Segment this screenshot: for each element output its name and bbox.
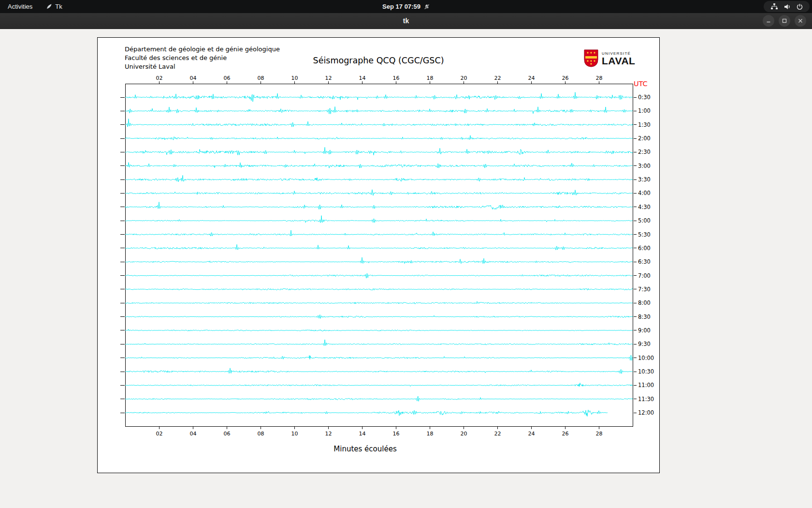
x-axis-title: Minutes écoulées [98, 445, 633, 453]
svg-text:14: 14 [359, 75, 366, 81]
institution-line-1: Département de géologie et de génie géol… [125, 45, 280, 54]
maximize-button[interactable] [779, 15, 790, 27]
tk-app-indicator[interactable]: Tk [40, 0, 68, 13]
laval-shield-icon [584, 49, 598, 67]
maximize-icon [782, 18, 787, 24]
svg-text:6:30: 6:30 [638, 258, 651, 265]
seismograph-canvas: Département de géologie et de génie géol… [97, 37, 660, 473]
svg-text:4:30: 4:30 [638, 204, 651, 210]
svg-text:06: 06 [224, 75, 231, 81]
svg-text:04: 04 [190, 431, 197, 437]
svg-text:10: 10 [291, 75, 298, 81]
svg-text:10:00: 10:00 [638, 355, 654, 361]
top-bar: Activities Tk Sep 17 07:59 [0, 0, 812, 13]
svg-text:02: 02 [156, 431, 163, 437]
minimize-button[interactable] [763, 15, 774, 27]
svg-text:1:00: 1:00 [638, 107, 651, 114]
svg-text:08: 08 [258, 431, 264, 437]
svg-text:0:30: 0:30 [638, 94, 651, 101]
plot-title: Séismographe QCQ (CGC/GSC) [98, 56, 659, 65]
svg-text:02: 02 [156, 75, 163, 81]
clock-menu[interactable]: Sep 17 07:59 [382, 0, 430, 13]
svg-text:8:30: 8:30 [638, 314, 651, 320]
svg-text:8:00: 8:00 [638, 299, 651, 306]
svg-text:4:00: 4:00 [638, 190, 651, 196]
svg-text:22: 22 [494, 431, 501, 437]
clock-text: Sep 17 07:59 [382, 3, 420, 10]
system-status-area[interactable] [764, 1, 810, 12]
svg-text:2:00: 2:00 [638, 135, 651, 142]
svg-text:28: 28 [596, 431, 603, 437]
window-titlebar[interactable]: tk [0, 13, 812, 29]
tk-feather-icon [46, 3, 52, 10]
svg-text:1:30: 1:30 [638, 121, 651, 128]
close-icon [798, 18, 803, 24]
svg-text:24: 24 [528, 75, 535, 81]
svg-text:12:00: 12:00 [638, 409, 654, 416]
svg-text:11:00: 11:00 [638, 382, 654, 388]
seismogram-plot: 0202040406060808101012121414161618182020… [98, 38, 660, 474]
svg-text:9:00: 9:00 [638, 327, 651, 334]
svg-text:10:30: 10:30 [638, 368, 654, 375]
svg-text:3:30: 3:30 [638, 176, 651, 183]
svg-text:3:00: 3:00 [638, 163, 651, 169]
svg-text:12: 12 [325, 431, 332, 437]
svg-text:22: 22 [494, 75, 501, 81]
svg-text:5:00: 5:00 [638, 217, 651, 224]
svg-text:18: 18 [427, 431, 434, 437]
close-button[interactable] [795, 15, 806, 27]
universite-laval-logo: UNIVERSITÉ LAVAL [584, 49, 635, 67]
logo-text-laval: LAVAL [602, 56, 635, 66]
notifications-muted-icon [424, 4, 430, 10]
svg-text:16: 16 [393, 431, 400, 437]
svg-text:6:00: 6:00 [638, 245, 651, 252]
power-icon [797, 3, 803, 10]
svg-text:2:30: 2:30 [638, 149, 651, 155]
svg-text:24: 24 [528, 431, 535, 437]
svg-text:14: 14 [359, 431, 366, 437]
svg-text:20: 20 [461, 431, 467, 437]
svg-text:7:00: 7:00 [638, 272, 651, 279]
minimize-icon [766, 18, 771, 24]
svg-text:26: 26 [562, 75, 569, 81]
volume-icon [784, 4, 791, 10]
svg-text:5:30: 5:30 [638, 231, 651, 238]
utc-label: UTC [634, 80, 648, 88]
svg-text:04: 04 [190, 75, 197, 81]
svg-text:20: 20 [461, 75, 467, 81]
svg-text:9:30: 9:30 [638, 341, 651, 347]
svg-text:10: 10 [291, 431, 298, 437]
svg-text:06: 06 [224, 431, 231, 437]
network-icon [770, 3, 778, 10]
svg-text:26: 26 [562, 431, 569, 437]
tk-app-label: Tk [55, 3, 62, 10]
svg-text:28: 28 [596, 75, 603, 81]
window-title: tk [0, 13, 812, 29]
activities-button[interactable]: Activities [0, 0, 40, 13]
svg-text:7:30: 7:30 [638, 286, 651, 293]
window-content: Département de géologie et de génie géol… [0, 30, 812, 508]
svg-text:12: 12 [325, 75, 332, 81]
svg-text:08: 08 [258, 75, 264, 81]
svg-text:16: 16 [393, 75, 400, 81]
svg-text:11:30: 11:30 [638, 396, 654, 403]
svg-text:18: 18 [427, 75, 434, 81]
